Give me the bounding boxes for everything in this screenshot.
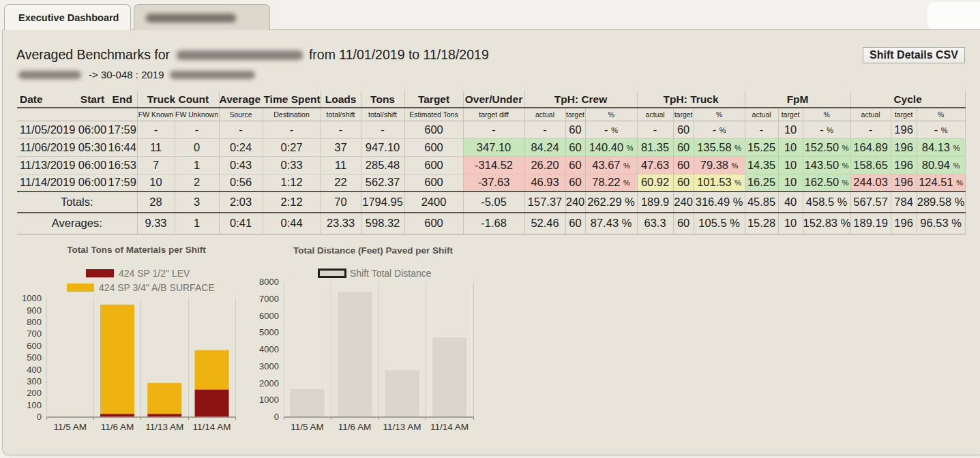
svg-text:1000: 1000 xyxy=(259,395,279,405)
svg-text:4000: 4000 xyxy=(259,344,279,354)
svg-text:11/13 AM: 11/13 AM xyxy=(383,422,421,432)
svg-text:2000: 2000 xyxy=(259,378,279,388)
svg-text:Total Distance (Feet) Paved pe: Total Distance (Feet) Paved per Shift xyxy=(293,245,453,256)
svg-text:8000: 8000 xyxy=(259,277,279,287)
svg-text:0: 0 xyxy=(37,412,42,422)
svg-text:11/13 AM: 11/13 AM xyxy=(145,422,183,432)
svg-text:11/5 AM: 11/5 AM xyxy=(291,422,324,432)
svg-text:100: 100 xyxy=(27,400,42,410)
svg-text:400: 400 xyxy=(27,365,42,375)
svg-text:800: 800 xyxy=(27,317,42,327)
svg-text:11/14 AM: 11/14 AM xyxy=(430,422,469,432)
svg-text:7000: 7000 xyxy=(259,294,279,304)
svg-text:600: 600 xyxy=(27,341,42,351)
svg-text:700: 700 xyxy=(27,329,42,339)
svg-text:Shift Total Distance: Shift Total Distance xyxy=(350,268,432,279)
svg-text:5000: 5000 xyxy=(259,327,279,337)
svg-text:300: 300 xyxy=(27,376,42,386)
svg-text:200: 200 xyxy=(27,388,42,398)
svg-text:424 SP 3/4" A/B SURFACE: 424 SP 3/4" A/B SURFACE xyxy=(99,282,215,293)
svg-text:11/6 AM: 11/6 AM xyxy=(338,422,372,432)
svg-text:1000: 1000 xyxy=(22,293,42,303)
svg-text:424 SP 1/2" LEV: 424 SP 1/2" LEV xyxy=(119,268,190,279)
svg-text:0: 0 xyxy=(274,412,279,422)
svg-text:500: 500 xyxy=(27,352,42,363)
svg-text:11/6 AM: 11/6 AM xyxy=(101,422,134,432)
svg-text:11/14 AM: 11/14 AM xyxy=(193,422,231,432)
svg-text:3000: 3000 xyxy=(259,361,279,371)
svg-text:11/5 AM: 11/5 AM xyxy=(53,422,87,432)
svg-text:6000: 6000 xyxy=(259,311,279,321)
svg-text:900: 900 xyxy=(27,305,42,316)
svg-text:Total Tons of Materials per Sh: Total Tons of Materials per Shift xyxy=(67,245,206,255)
